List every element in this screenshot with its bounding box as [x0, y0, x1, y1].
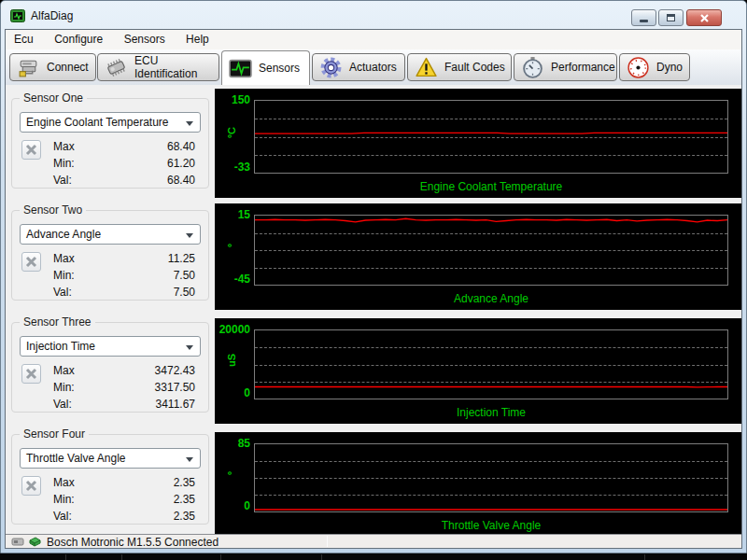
close-icon: [699, 13, 710, 23]
min-value: 7.50: [120, 269, 195, 282]
max-value: 2.35: [120, 476, 195, 489]
trace-line: [255, 444, 727, 511]
disabled-x-icon: [25, 256, 37, 268]
window-title: AlfaDiag: [31, 9, 73, 22]
val-label: Val:: [53, 398, 109, 411]
tab-fault-codes[interactable]: Fault Codes: [407, 53, 512, 81]
minimize-icon: [640, 20, 648, 22]
tab-actuators[interactable]: Actuators: [312, 53, 405, 81]
clear-graph-button[interactable]: [21, 252, 41, 272]
max-label: Max: [53, 252, 109, 265]
sensor-four-group: Sensor Four Throttle Valve Angle Max 2.3…: [11, 434, 209, 525]
chevron-down-icon: [186, 121, 193, 126]
max-value: 11.25: [120, 252, 195, 265]
val-value: 3411.67: [120, 398, 195, 411]
disabled-x-icon: [25, 480, 37, 492]
tab-dyno[interactable]: Dyno: [619, 53, 690, 81]
sensor-three-select[interactable]: Injection Time: [20, 336, 201, 357]
menu-item-configure[interactable]: Configure: [46, 30, 111, 49]
val-value: 68.40: [120, 174, 195, 187]
selected-sensor: Advance Angle: [26, 228, 101, 241]
toolbar: Connect ECU Identification Sensors: [6, 49, 741, 85]
gauge-icon: [627, 56, 650, 79]
menu-item-ecu[interactable]: Ecu: [6, 30, 42, 49]
chart-title: Engine Coolant Temperature: [254, 180, 728, 193]
group-label: Sensor One: [20, 91, 87, 105]
sensor-one-group: Sensor One Engine Coolant Temperature Ma…: [11, 98, 209, 189]
clear-graph-button[interactable]: [21, 364, 41, 384]
statusbar-separator: [327, 536, 328, 547]
min-label: Min:: [53, 381, 109, 394]
min-value: 2.35: [120, 493, 195, 506]
sensor-four-select[interactable]: Throttle Valve Angle: [20, 448, 201, 469]
status-bar: Bosch Motronic M1.5.5 Connected: [6, 534, 741, 548]
client-area: Ecu Configure Sensors Help Connect: [5, 29, 742, 549]
group-label: Sensor Two: [20, 203, 86, 217]
tab-performance[interactable]: Performance: [514, 53, 617, 81]
gear-icon: [319, 56, 343, 79]
val-value: 2.35: [120, 510, 195, 523]
sensor-two-group: Sensor Two Advance Angle Max 11.25 Min: …: [11, 210, 209, 301]
val-label: Val:: [53, 286, 109, 299]
max-value: 3472.43: [120, 364, 195, 377]
min-value: 61.20: [120, 157, 195, 170]
chevron-down-icon: [186, 457, 193, 462]
menu-item-help[interactable]: Help: [177, 30, 218, 49]
trace-line: [255, 330, 727, 399]
group-label: Sensor Four: [20, 427, 89, 441]
connection-status: Bosch Motronic M1.5.5 Connected: [47, 536, 218, 549]
y-axis-min-tick: -33: [215, 161, 250, 174]
val-label: Val:: [53, 510, 109, 523]
tab-label: ECU Identification: [134, 54, 218, 80]
max-label: Max: [53, 140, 109, 153]
maximize-button[interactable]: [658, 9, 684, 26]
clear-graph-button[interactable]: [21, 140, 41, 160]
tab-connect[interactable]: Connect: [9, 53, 96, 81]
tab-label: Performance: [551, 61, 615, 74]
app-window: AlfaDiag Ecu Configure Sensors Help: [0, 0, 747, 553]
throttle-valve-chart: 85 º 0 Throttle Valve Angle: [215, 432, 741, 537]
max-label: Max: [53, 476, 109, 489]
max-value: 68.40: [120, 140, 195, 153]
menu-item-sensors[interactable]: Sensors: [116, 30, 174, 49]
sensor-three-group: Sensor Three Injection Time Max 3472.43 …: [11, 322, 209, 413]
y-axis-min-tick: 0: [215, 386, 250, 399]
selected-sensor: Engine Coolant Temperature: [26, 116, 169, 129]
menu-bar: Ecu Configure Sensors Help: [6, 30, 741, 49]
stopwatch-icon: [521, 56, 544, 79]
group-label: Sensor Three: [20, 315, 95, 329]
coolant-temperature-chart: 150 ºC -33 Engine Coolant Temperature: [215, 89, 741, 198]
title-bar[interactable]: AlfaDiag: [5, 4, 742, 29]
max-label: Max: [53, 364, 109, 377]
tab-label: Sensors: [259, 62, 300, 75]
y-axis-min-tick: 0: [215, 499, 250, 512]
tab-ecu-identification[interactable]: ECU Identification: [97, 53, 219, 81]
plot-area: [254, 443, 728, 512]
min-value: 3317.50: [120, 381, 195, 394]
min-label: Min:: [53, 269, 109, 282]
close-button[interactable]: [686, 9, 722, 26]
plot-area: [254, 329, 728, 399]
status-device-icon: [11, 537, 24, 547]
chevron-down-icon: [186, 233, 193, 238]
chart-title: Advance Angle: [254, 292, 728, 305]
trace-line: [255, 101, 727, 173]
connect-icon: [17, 56, 40, 79]
min-label: Min:: [53, 493, 109, 506]
taskbar-sliver[interactable]: [0, 553, 747, 560]
tab-label: Actuators: [349, 61, 397, 74]
injection-time-chart: 20000 uS 0 Injection Time: [215, 318, 741, 424]
clear-graph-button[interactable]: [21, 476, 41, 496]
plot-area: [254, 100, 728, 174]
chevron-down-icon: [186, 345, 193, 350]
chip-icon: [105, 56, 128, 79]
tab-sensors[interactable]: Sensors: [221, 50, 310, 85]
status-connection-icon: [28, 537, 42, 547]
min-label: Min:: [53, 157, 109, 170]
app-icon: [10, 8, 25, 23]
minimize-button[interactable]: [631, 9, 656, 26]
sensor-one-select[interactable]: Engine Coolant Temperature: [20, 112, 201, 133]
sensor-two-select[interactable]: Advance Angle: [20, 224, 201, 245]
disabled-x-icon: [25, 144, 37, 156]
chart-title: Throttle Valve Angle: [254, 519, 728, 532]
